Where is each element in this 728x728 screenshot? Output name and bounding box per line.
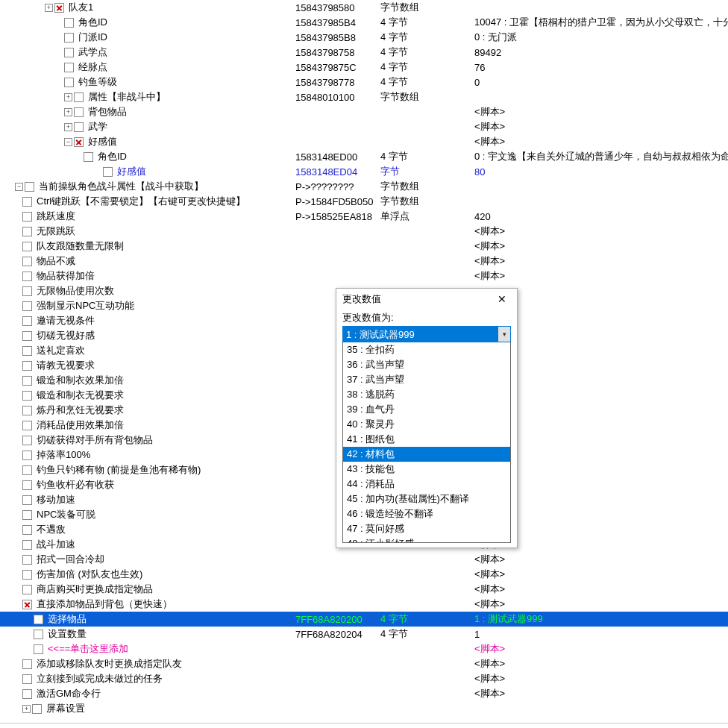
active-checkbox[interactable]: [25, 182, 34, 192]
entry-value[interactable]: <脚本>: [474, 568, 505, 581]
active-checkbox[interactable]: [22, 316, 32, 326]
chevron-down-icon[interactable]: ▾: [498, 327, 510, 342]
table-row[interactable]: 角色ID1583148ED004 字节0 : 宇文逸【来自关外辽城的普通少年，自…: [0, 149, 728, 164]
dropdown-option[interactable]: 48 : 江小彤好感: [343, 536, 510, 542]
active-checkbox[interactable]: [22, 436, 32, 445]
table-row[interactable]: 经脉点1584379875C4 字节76: [0, 60, 728, 75]
active-checkbox[interactable]: [22, 495, 32, 505]
entry-value[interactable]: 0 : 无门派: [474, 31, 517, 44]
entry-value[interactable]: 1: [474, 629, 480, 640]
dropdown-option[interactable]: 43 : 技能包: [343, 462, 510, 477]
entry-value[interactable]: <脚本>: [474, 225, 505, 238]
dropdown-list[interactable]: 35 : 全扣药36 : 武当声望37 : 武当声望38 : 逃脱药39 : 血…: [343, 342, 510, 542]
active-checkbox[interactable]: [22, 451, 32, 460]
dropdown-option[interactable]: 35 : 全扣药: [343, 342, 510, 357]
dropdown-option[interactable]: 36 : 武当声望: [343, 357, 510, 372]
entry-value[interactable]: <脚本>: [474, 672, 505, 685]
expand-icon[interactable]: −: [15, 183, 23, 191]
entry-value[interactable]: 420: [474, 211, 491, 222]
active-checkbox[interactable]: [22, 555, 32, 565]
active-checkbox[interactable]: [22, 525, 32, 535]
entry-value[interactable]: <脚本>: [474, 583, 505, 596]
table-row[interactable]: 门派ID158437985B84 字节0 : 无门派: [0, 30, 728, 45]
active-checkbox[interactable]: [22, 331, 32, 341]
entry-value[interactable]: <脚本>: [474, 120, 505, 134]
dropdown-option[interactable]: 42 : 材料包: [343, 447, 510, 462]
table-row[interactable]: 队友跟随数量无限制<脚本>: [0, 239, 728, 254]
active-checkbox[interactable]: [22, 406, 32, 415]
active-checkbox[interactable]: [84, 152, 93, 162]
table-row[interactable]: 钓鱼等级158437987784 字节0: [0, 75, 728, 90]
dropdown-option[interactable]: 41 : 图纸包: [343, 432, 510, 447]
dropdown-option[interactable]: 37 : 武当声望: [343, 372, 510, 387]
dropdown-option[interactable]: 38 : 逃脱药: [343, 387, 510, 402]
table-row[interactable]: +队友115843798580字节数组: [0, 0, 728, 15]
active-checkbox[interactable]: [22, 689, 32, 699]
table-row[interactable]: Ctrl键跳跃【不需要锁定】【右键可更改快捷键】P->1584FD5B050字节…: [0, 194, 728, 209]
entry-value[interactable]: <脚本>: [474, 597, 505, 611]
entry-value[interactable]: 0 : 宇文逸【来自关外辽城的普通少年，自幼与叔叔相依为命。】: [474, 150, 728, 163]
table-row[interactable]: 无限跳跃<脚本>: [0, 224, 728, 239]
entry-value[interactable]: <脚本>: [474, 687, 505, 700]
active-checkbox[interactable]: [22, 257, 32, 266]
active-checkbox[interactable]: [22, 242, 32, 251]
expand-icon[interactable]: +: [64, 123, 72, 131]
table-row[interactable]: 添加或移除队友时更换成指定队友<脚本>: [0, 656, 728, 671]
active-checkbox[interactable]: [22, 540, 32, 550]
active-checkbox[interactable]: [22, 212, 32, 222]
active-checkbox[interactable]: [22, 286, 32, 296]
table-row[interactable]: <<==单击这里添加<脚本>: [0, 641, 728, 656]
table-row[interactable]: 武学点158437987584 字节89492: [0, 45, 728, 60]
active-checkbox[interactable]: [34, 630, 43, 639]
expand-icon[interactable]: +: [22, 705, 31, 713]
active-checkbox[interactable]: [74, 92, 84, 102]
table-row[interactable]: −好感值<脚本>: [0, 134, 728, 149]
dropdown-option[interactable]: 45 : 加内功(基础属性)不翻译: [343, 492, 510, 506]
active-checkbox[interactable]: [22, 361, 32, 371]
active-checkbox[interactable]: [54, 3, 64, 13]
active-checkbox[interactable]: [22, 510, 32, 520]
active-checkbox[interactable]: [22, 421, 32, 430]
table-row[interactable]: +屏幕设置: [0, 701, 728, 716]
active-checkbox[interactable]: [22, 600, 32, 609]
dropdown-option[interactable]: 40 : 聚灵丹: [343, 417, 510, 432]
table-row[interactable]: 跳跃速度P->158525EA818单浮点420: [0, 209, 728, 224]
entry-value[interactable]: 10047 : 卫霍【梧桐村的猎户卫霍，因为从小父母双亡，十分孤傲: [474, 16, 728, 29]
active-checkbox[interactable]: [22, 197, 32, 207]
entry-value[interactable]: <脚本>: [474, 135, 505, 148]
active-checkbox[interactable]: [22, 674, 32, 684]
expand-icon[interactable]: −: [64, 138, 72, 146]
table-row[interactable]: +武学<脚本>: [0, 119, 728, 134]
table-row[interactable]: +背包物品<脚本>: [0, 104, 728, 119]
entry-value[interactable]: 1 : 测试武器999: [474, 612, 543, 626]
entry-value[interactable]: <脚本>: [474, 239, 505, 253]
active-checkbox[interactable]: [34, 644, 43, 654]
active-checkbox[interactable]: [34, 615, 43, 624]
table-row[interactable]: 选择物品7FF68A8202004 字节1 : 测试武器999: [0, 612, 728, 627]
entry-value[interactable]: 80: [474, 166, 485, 178]
dropdown-option[interactable]: 46 : 锻造经验不翻译: [343, 506, 510, 521]
active-checkbox[interactable]: [22, 272, 32, 281]
active-checkbox[interactable]: [22, 376, 32, 386]
table-row[interactable]: 设置数量7FF68A8202044 字节1: [0, 627, 728, 641]
entry-value[interactable]: <脚本>: [474, 642, 505, 656]
entry-value[interactable]: <脚本>: [474, 657, 505, 671]
active-checkbox[interactable]: [22, 480, 32, 490]
expand-icon[interactable]: +: [45, 4, 53, 12]
value-combobox[interactable]: 1 : 测试武器999 ▾: [342, 326, 511, 342]
table-row[interactable]: 商店购买时更换成指定物品<脚本>: [0, 582, 728, 597]
active-checkbox[interactable]: [74, 137, 84, 147]
dropdown-option[interactable]: 44 : 消耗品: [343, 477, 510, 492]
close-icon[interactable]: ✕: [493, 292, 511, 307]
table-row[interactable]: 伤害加倍 (对队友也生效)<脚本>: [0, 567, 728, 582]
table-row[interactable]: 招式一回合冷却<脚本>: [0, 552, 728, 567]
expand-icon[interactable]: +: [64, 93, 72, 101]
active-checkbox[interactable]: [103, 167, 113, 177]
active-checkbox[interactable]: [22, 659, 32, 669]
entry-value[interactable]: 0: [474, 77, 480, 88]
active-checkbox[interactable]: [74, 107, 84, 117]
active-checkbox[interactable]: [74, 122, 84, 132]
entry-value[interactable]: <脚本>: [474, 553, 505, 566]
table-row[interactable]: +属性【非战斗中】15848010100字节数组: [0, 90, 728, 104]
table-row[interactable]: 物品获得加倍<脚本>: [0, 269, 728, 283]
